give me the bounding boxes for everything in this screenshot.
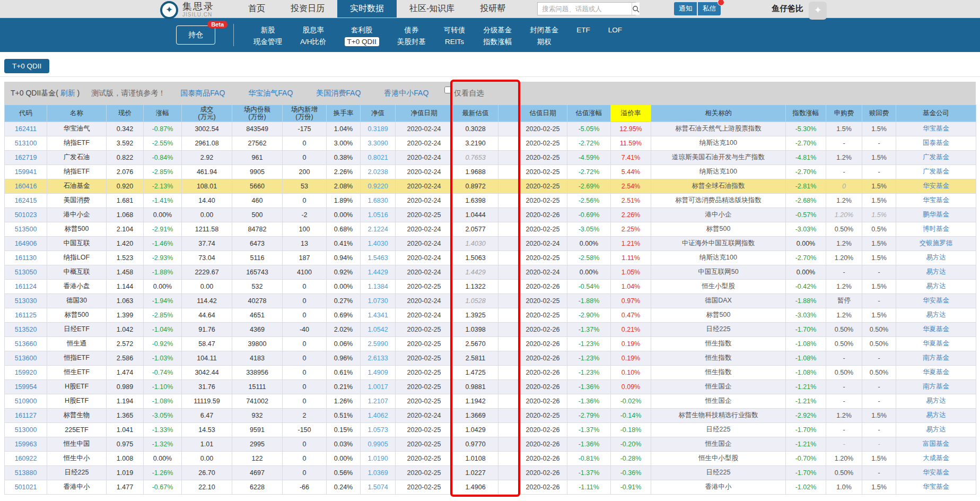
fund-code-link[interactable]: 513030 (15, 297, 37, 305)
nav-link[interactable]: 0.8021 (368, 154, 388, 161)
sub-nav-link[interactable]: REITs (445, 38, 464, 46)
fund-company-link[interactable]: 易方达 (926, 411, 946, 419)
fund-code-link[interactable]: 501023 (15, 211, 37, 219)
brand-logo[interactable]: ✦ 集思录 JISILU.CN (160, 0, 214, 18)
fund-company-link[interactable]: 华宝基金 (923, 483, 949, 490)
nav-link[interactable]: 1.4062 (368, 412, 388, 419)
column-header[interactable]: 名称 (47, 105, 107, 122)
sub-nav-link[interactable]: 期权 (537, 38, 552, 46)
nav-link[interactable]: 1.4030 (368, 240, 388, 247)
column-header[interactable]: 净值 (361, 105, 396, 122)
nav-link[interactable]: 1.0017 (368, 383, 388, 391)
sub-nav-link[interactable]: 套利股 (351, 27, 373, 34)
nav-link[interactable]: 1.0190 (368, 455, 388, 462)
sub-nav-link[interactable]: 股息率 (303, 27, 325, 34)
column-header[interactable]: 成交 (万元) (182, 105, 232, 122)
column-header[interactable]: 指数涨幅 (786, 105, 826, 122)
nav-link[interactable]: 1.4341 (368, 312, 388, 319)
nav-link[interactable]: 0.3189 (368, 125, 388, 133)
fund-company-link[interactable]: 富国基金 (923, 440, 949, 447)
fund-code-link[interactable]: 159963 (15, 440, 37, 448)
sub-nav-link[interactable]: LOF (608, 27, 622, 34)
fund-company-link[interactable]: 华夏基金 (923, 325, 949, 333)
nav-link[interactable]: 1.1384 (368, 283, 388, 290)
fund-company-link[interactable]: 易方达 (926, 282, 946, 290)
fund-company-link[interactable]: 华安基金 (923, 182, 949, 189)
nav-link[interactable]: 1.2107 (368, 398, 388, 405)
nav-link[interactable]: 1.0573 (368, 426, 388, 434)
username[interactable]: 鱼仔爸比 (772, 4, 803, 14)
column-header[interactable]: 相关标的 (651, 105, 786, 122)
fund-code-link[interactable]: 159954 (15, 383, 37, 391)
fund-company-link[interactable]: 华宝基金 (923, 196, 949, 204)
nav-link[interactable]: 3.3090 (368, 140, 388, 147)
nav-link[interactable]: 0.9220 (368, 183, 388, 190)
nav-link[interactable]: 1.0730 (368, 297, 388, 305)
fund-code-link[interactable]: 161124 (15, 283, 37, 290)
top-nav-item[interactable]: 投研帮 (467, 0, 518, 18)
fund-code-link[interactable]: 513000 (15, 426, 37, 434)
messages-button[interactable]: 私信 (698, 2, 721, 15)
nav-link[interactable]: 2.1224 (368, 226, 388, 233)
column-header[interactable]: 基金公司 (896, 105, 976, 122)
nav-link[interactable]: 1.0516 (368, 211, 388, 219)
tab-t0-qdii[interactable]: T+0 QDII (4, 59, 49, 73)
nav-link[interactable]: 1.0542 (368, 326, 388, 333)
column-header[interactable]: 场内新增 (万份) (283, 105, 327, 122)
column-header[interactable]: 最新估值 (453, 105, 498, 122)
notifications-button[interactable]: 通知 (674, 2, 697, 15)
sub-nav-link[interactable]: 现金管理 (253, 38, 282, 46)
faq-link[interactable]: 美国消费FAQ (316, 89, 361, 98)
fund-company-link[interactable]: 华安基金 (923, 469, 949, 476)
search-button[interactable] (632, 3, 640, 15)
fund-code-link[interactable]: 161127 (15, 412, 37, 419)
column-header[interactable]: 溢价率 (611, 105, 651, 122)
fund-code-link[interactable]: 164906 (15, 240, 37, 247)
fund-code-link[interactable]: 513500 (15, 226, 37, 233)
nav-link[interactable]: 1.4429 (368, 269, 388, 276)
fund-company-link[interactable]: 易方达 (926, 268, 946, 275)
fund-code-link[interactable]: 160416 (15, 183, 37, 190)
sub-nav-link[interactable]: 可转债 (444, 27, 466, 34)
column-header[interactable]: 估值日期 (519, 105, 567, 122)
fund-code-link[interactable]: 513520 (15, 326, 37, 333)
fund-company-link[interactable]: 鹏华基金 (923, 211, 949, 218)
column-header[interactable]: 代码 (5, 105, 47, 122)
fund-company-link[interactable]: 易方达 (926, 426, 946, 433)
fund-company-link[interactable]: 博时基金 (923, 225, 949, 232)
fund-company-link[interactable]: 易方达 (926, 254, 946, 261)
nav-link[interactable]: 1.4909 (368, 369, 388, 376)
sub-nav-link[interactable]: 封闭基金 (530, 27, 558, 34)
fund-company-link[interactable]: 广发基金 (923, 168, 949, 175)
faq-link[interactable]: 华宝油气FAQ (248, 89, 293, 98)
sub-nav-link[interactable]: A/H比价 (300, 38, 327, 46)
nav-link[interactable]: 1.0369 (368, 469, 388, 477)
nav-link[interactable]: 2.0238 (368, 168, 388, 176)
nav-link[interactable]: 2.6133 (368, 355, 388, 362)
fund-company-link[interactable]: 大成基金 (923, 454, 949, 462)
top-nav-item[interactable]: 社区-知识库 (397, 0, 467, 18)
nav-link[interactable]: 1.5074 (368, 483, 388, 491)
fund-code-link[interactable]: 513880 (15, 469, 37, 477)
column-header[interactable]: 申购费 (826, 105, 862, 122)
search-input[interactable] (538, 3, 632, 15)
fund-company-link[interactable]: 交银施罗德 (920, 239, 953, 247)
refresh-link[interactable]: 刷新 (60, 89, 75, 97)
fund-code-link[interactable]: 513050 (15, 269, 37, 276)
fund-company-link[interactable]: 广发基金 (923, 153, 949, 161)
fund-code-link[interactable]: 501021 (15, 483, 37, 491)
portfolio-button[interactable]: 持仓 Beta (176, 25, 215, 45)
column-header[interactable]: 估值涨幅 (567, 105, 611, 122)
fund-code-link[interactable]: 161130 (15, 254, 37, 262)
fund-company-link[interactable]: 国泰基金 (923, 139, 949, 146)
fund-company-link[interactable]: 华夏基金 (923, 340, 949, 347)
column-header[interactable]: 赎回费 (862, 105, 896, 122)
avatar[interactable]: ✦ (809, 2, 827, 20)
watchlist-only-checkbox[interactable] (444, 87, 451, 93)
sub-nav-link-active[interactable]: T+0 QDII (345, 37, 379, 47)
fund-code-link[interactable]: 161125 (15, 312, 37, 319)
fund-code-link[interactable]: 513660 (15, 340, 37, 348)
sub-nav-link[interactable]: 债券 (404, 27, 418, 34)
top-nav-item[interactable]: 首页 (235, 0, 278, 18)
column-header[interactable]: 净值日期 (396, 105, 453, 122)
